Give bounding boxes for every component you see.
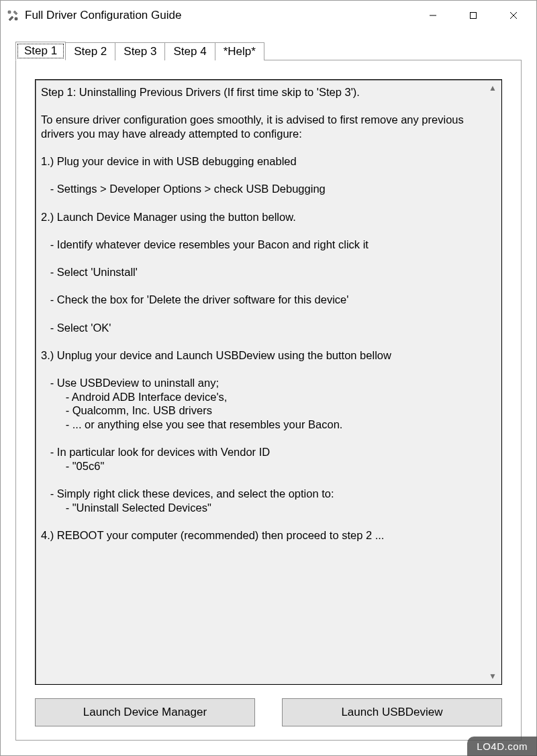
svg-rect-0 <box>8 11 11 13</box>
maximize-button[interactable] <box>453 1 493 30</box>
tab-step-2[interactable]: Step 2 <box>65 42 115 60</box>
minimize-button[interactable] <box>413 1 453 30</box>
window-controls <box>413 1 534 30</box>
svg-rect-1 <box>15 17 17 20</box>
tab-step-1[interactable]: Step 1 <box>15 42 66 60</box>
close-button[interactable] <box>493 1 534 30</box>
tab-step-4[interactable]: Step 4 <box>164 42 215 60</box>
tabstrip: Step 1 Step 2 Step 3 Step 4 *Help* <box>15 41 522 60</box>
svg-rect-3 <box>471 13 477 19</box>
tab-help[interactable]: *Help* <box>215 42 264 60</box>
instructions-frame: Step 1: Uninstalling Previous Drivers (I… <box>35 79 502 685</box>
watermark: LO4D.com <box>467 737 537 756</box>
launch-device-manager-button[interactable]: Launch Device Manager <box>35 698 255 726</box>
app-tools-icon <box>6 9 19 22</box>
app-window: Full Driver Configuration Guide Step 1 S… <box>0 0 537 756</box>
titlebar: Full Driver Configuration Guide <box>1 1 536 30</box>
instructions-text[interactable]: Step 1: Uninstalling Previous Drivers (I… <box>37 81 485 683</box>
launch-usbdeview-button[interactable]: Launch USBDeview <box>282 698 502 726</box>
tab-step-3[interactable]: Step 3 <box>115 42 165 60</box>
scroll-up-icon[interactable]: ▲ <box>489 84 497 92</box>
window-title: Full Driver Configuration Guide <box>25 9 413 22</box>
client-area: Step 1 Step 2 Step 3 Step 4 *Help* Step … <box>1 30 536 755</box>
scroll-down-icon[interactable]: ▼ <box>489 672 497 680</box>
scrollbar[interactable]: ▲ ▼ <box>485 81 500 683</box>
tabpanel: Step 1: Uninstalling Previous Drivers (I… <box>15 60 522 741</box>
button-row: Launch Device Manager Launch USBDeview <box>35 698 502 726</box>
